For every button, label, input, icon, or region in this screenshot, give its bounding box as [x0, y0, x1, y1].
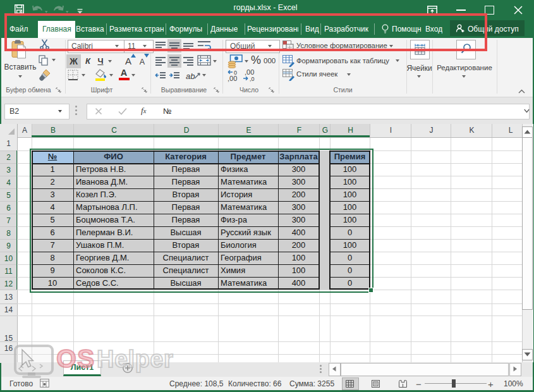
svg-text:,0: ,0: [250, 76, 255, 82]
svg-text:,00: ,00: [228, 75, 237, 82]
svg-text:,00: ,00: [245, 70, 254, 76]
svg-text:ab: ab: [186, 71, 195, 81]
